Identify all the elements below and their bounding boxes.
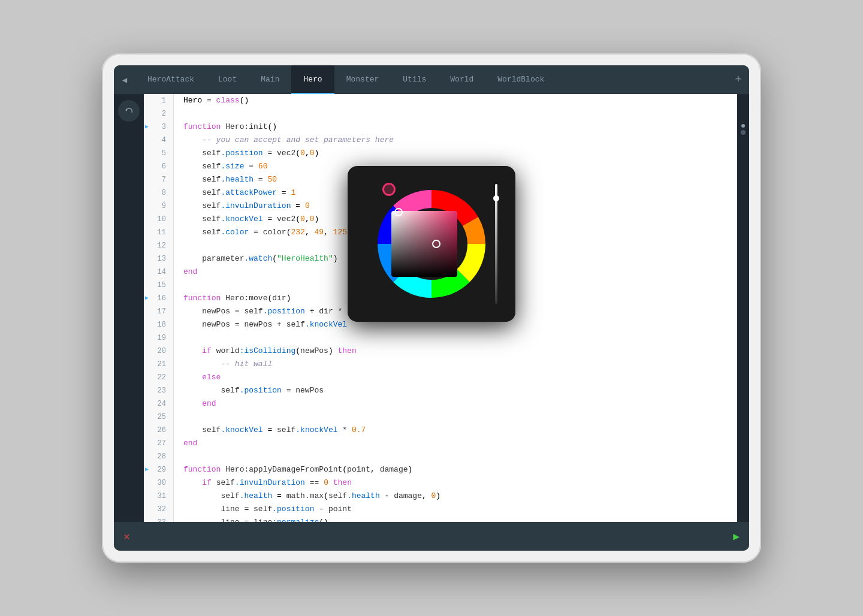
code-line: 2 <box>144 107 737 120</box>
line-code: line = self.position - point <box>174 503 737 516</box>
code-line: 19 <box>144 331 737 345</box>
code-line: 4 -- you can accept and set parameters h… <box>144 134 737 147</box>
line-number: 20 <box>144 345 174 358</box>
line-arrow-indicator: ▶ <box>145 292 149 305</box>
tab-scroll-back-button[interactable]: ◀ <box>114 65 135 94</box>
line-code: -- hit wall <box>174 358 737 371</box>
color-gradient-square[interactable] <box>391 211 457 277</box>
line-number: 27 <box>144 437 174 450</box>
line-code: if self.invulnDuration == 0 then <box>174 476 737 490</box>
line-code: Hero = class() <box>174 94 737 107</box>
line-number: 25 <box>144 410 174 424</box>
code-editor[interactable]: 1Hero = class()2▶3function Hero:init()4 … <box>144 94 737 522</box>
code-line: 20 if world:isColliding(newPos) then <box>144 345 737 358</box>
line-number: 4 <box>144 134 174 147</box>
tablet-frame: ◀ HeroAttack Loot Main Hero Monster Util… <box>102 53 761 563</box>
line-number: 32 <box>144 503 174 516</box>
tab-bar: ◀ HeroAttack Loot Main Hero Monster Util… <box>114 65 749 94</box>
line-number: 18 <box>144 318 174 331</box>
line-code: self.position = newPos <box>174 384 737 397</box>
scroll-indicator-top <box>741 124 745 128</box>
line-number: 5 <box>144 147 174 160</box>
line-code: self.health = math.max(self.health - dam… <box>174 490 737 503</box>
line-number: 2 <box>144 107 174 120</box>
code-line: ▶29function Hero:applyDamageFromPoint(po… <box>144 463 737 476</box>
line-number: 10 <box>144 213 174 226</box>
line-number: 23 <box>144 384 174 397</box>
code-line: 33 line = line:normalize() <box>144 516 737 522</box>
line-number: 24 <box>144 397 174 410</box>
line-number: 19 <box>144 331 174 345</box>
line-number: ▶29 <box>144 463 174 476</box>
color-picker[interactable] <box>348 166 515 322</box>
line-arrow-indicator: ▶ <box>145 463 149 476</box>
line-number: 1 <box>144 94 174 107</box>
line-number: 13 <box>144 252 174 265</box>
left-action-button[interactable] <box>118 100 140 122</box>
line-code: self.position = vec2(0,0) <box>174 147 737 160</box>
scroll-indicator-mid <box>741 130 746 135</box>
tab-world[interactable]: World <box>438 65 485 94</box>
line-number: 8 <box>144 186 174 200</box>
line-number: 17 <box>144 305 174 318</box>
line-code: if world:isColliding(newPos) then <box>174 345 737 358</box>
tab-utils[interactable]: Utils <box>391 65 438 94</box>
line-code: line = line:normalize() <box>174 516 737 522</box>
line-code: function Hero:applyDamageFromPoint(point… <box>174 463 737 476</box>
line-arrow-indicator: ▶ <box>145 120 149 134</box>
line-number: 12 <box>144 239 174 252</box>
line-code: function Hero:init() <box>174 120 737 134</box>
add-tab-button[interactable]: + <box>728 65 749 94</box>
line-number: 22 <box>144 371 174 384</box>
hue-ring-handle-pink[interactable] <box>382 183 396 196</box>
brightness-slider[interactable] <box>495 184 497 304</box>
line-number: ▶16 <box>144 292 174 305</box>
close-button[interactable]: ✕ <box>123 530 130 543</box>
line-code: end <box>174 437 737 450</box>
code-line: 25 <box>144 410 737 424</box>
code-line: 1Hero = class() <box>144 94 737 107</box>
code-line: 5 self.position = vec2(0,0) <box>144 147 737 160</box>
tab-main[interactable]: Main <box>249 65 291 94</box>
color-picker-inner <box>360 172 503 316</box>
tab-heroattack[interactable]: HeroAttack <box>135 65 206 94</box>
tab-loot[interactable]: Loot <box>206 65 249 94</box>
line-number: 21 <box>144 358 174 371</box>
code-line: 26 self.knockVel = self.knockVel * 0.7 <box>144 424 737 437</box>
line-code: end <box>174 397 737 410</box>
line-number: 15 <box>144 279 174 292</box>
code-line: 27end <box>144 437 737 450</box>
tab-hero[interactable]: Hero <box>291 65 334 94</box>
undo-icon <box>124 106 134 116</box>
line-code: else <box>174 371 737 384</box>
line-number: ▶3 <box>144 120 174 134</box>
code-line: 23 self.position = newPos <box>144 384 737 397</box>
line-number: 28 <box>144 450 174 463</box>
line-number: 31 <box>144 490 174 503</box>
bottom-toolbar: ✕ ▶ <box>114 522 749 551</box>
code-line: ▶3function Hero:init() <box>144 120 737 134</box>
right-scrollbar[interactable] <box>737 94 749 522</box>
line-number: 11 <box>144 226 174 239</box>
code-line: 22 else <box>144 371 737 384</box>
line-number: 7 <box>144 173 174 186</box>
run-button[interactable]: ▶ <box>733 530 740 543</box>
code-line: 30 if self.invulnDuration == 0 then <box>144 476 737 490</box>
tab-worldblock[interactable]: WorldBlock <box>485 65 556 94</box>
color-square-handle[interactable] <box>432 240 440 248</box>
code-line: 28 <box>144 450 737 463</box>
svg-marker-0 <box>125 108 127 111</box>
line-number: 33 <box>144 516 174 522</box>
code-line: 31 self.health = math.max(self.health - … <box>144 490 737 503</box>
code-line: 32 line = self.position - point <box>144 503 737 516</box>
editor-area: 1Hero = class()2▶3function Hero:init()4 … <box>114 94 749 522</box>
left-panel <box>114 94 144 522</box>
tab-monster[interactable]: Monster <box>334 65 391 94</box>
code-line: 21 -- hit wall <box>144 358 737 371</box>
line-number: 30 <box>144 476 174 490</box>
line-number: 14 <box>144 265 174 279</box>
line-number: 26 <box>144 424 174 437</box>
brightness-slider-handle[interactable] <box>493 195 499 201</box>
editor-window: ◀ HeroAttack Loot Main Hero Monster Util… <box>114 65 749 551</box>
hue-ring-handle-white[interactable] <box>394 208 403 216</box>
